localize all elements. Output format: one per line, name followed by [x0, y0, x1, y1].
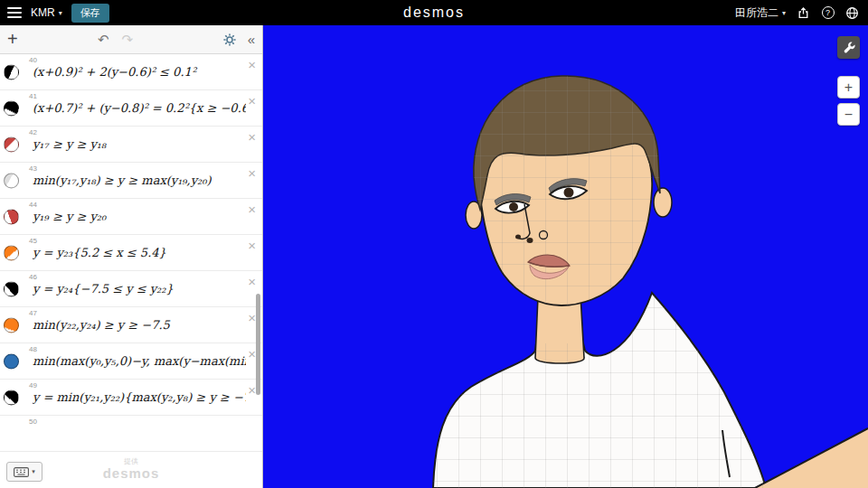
expression-icon[interactable]: [4, 173, 19, 188]
delete-expression-button[interactable]: ×: [248, 346, 256, 361]
expression-row[interactable]: 40 (x+0.9)² + 2(y−0.6)² ≤ 0.1² ×: [0, 54, 262, 90]
expression-row[interactable]: 45 y = y₂₃{5.2 ≤ x ≤ 5.4} ×: [0, 235, 262, 271]
delete-expression-button[interactable]: ×: [248, 165, 256, 181]
delete-expression-button[interactable]: ×: [248, 310, 256, 325]
left-pupil: [509, 202, 518, 211]
delete-expression-button[interactable]: ×: [248, 202, 256, 217]
graph-settings-button[interactable]: [837, 36, 860, 59]
redo-button[interactable]: ↷: [122, 32, 134, 48]
graph-area: + −: [263, 25, 868, 488]
right-pupil: [564, 188, 574, 198]
left-nostril: [515, 235, 521, 239]
expression-text[interactable]: y = y₂₄{−7.5 ≤ y ≤ y₂₂}: [33, 271, 246, 306]
delete-expression-button[interactable]: ×: [248, 93, 256, 108]
share-button[interactable]: [797, 6, 810, 20]
graph-canvas[interactable]: [263, 25, 868, 488]
menu-icon[interactable]: [7, 7, 22, 18]
delete-expression-button[interactable]: ×: [248, 57, 256, 72]
expression-text[interactable]: min(y₂₂,y₂₄) ≥ y ≥ −7.5: [33, 307, 246, 343]
collapse-panel-button[interactable]: «: [248, 32, 255, 47]
keyboard-icon: [14, 467, 29, 477]
expression-row[interactable]: 47 min(y₂₂,y₂₄) ≥ y ≥ −7.5 ×: [0, 307, 262, 343]
account-menu[interactable]: KMR ▾: [31, 6, 62, 19]
delete-expression-button[interactable]: ×: [248, 382, 256, 398]
chevron-down-icon: ▾: [782, 9, 786, 17]
expression-icon[interactable]: [4, 353, 19, 369]
expression-text[interactable]: y = y₂₃{5.2 ≤ x ≤ 5.4}: [33, 235, 246, 270]
delete-expression-button[interactable]: ×: [248, 129, 256, 145]
expression-icon[interactable]: [4, 100, 19, 116]
chevron-down-icon: ▾: [32, 468, 35, 475]
zoom-out-button[interactable]: −: [837, 103, 860, 126]
expression-row[interactable]: 44 y₁₉ ≥ y ≥ y₂₀ ×: [0, 199, 262, 235]
expression-text[interactable]: (x+0.9)² + 2(y−0.6)² ≤ 0.1²: [33, 54, 246, 89]
expression-row[interactable]: 43 min(y₁₇,y₁₈) ≥ y ≥ max(y₁₉,y₂₀) ×: [0, 163, 262, 199]
expression-icon[interactable]: [4, 389, 19, 405]
expression-icon[interactable]: [4, 317, 19, 333]
right-nostril: [527, 238, 533, 243]
expression-list: 40 (x+0.9)² + 2(y−0.6)² ≤ 0.1² × 41 (x+0…: [0, 54, 262, 488]
user-name: 田所浩二: [735, 5, 778, 21]
expression-scrollbar: [256, 55, 261, 488]
settings-gear-button[interactable]: [222, 33, 237, 47]
expression-text[interactable]: y₁₉ ≥ y ≥ y₂₀: [33, 199, 246, 234]
expression-row[interactable]: 49 y = min(y₂₁,y₂₂){max(y₂,y₈) ≥ y ≥ −7.…: [0, 380, 262, 416]
add-expression-button[interactable]: +: [7, 29, 29, 50]
right-ear-shape: [654, 188, 672, 217]
help-button[interactable]: ?: [821, 6, 835, 20]
scrollbar-thumb[interactable]: [256, 294, 260, 395]
share-icon: [797, 6, 810, 20]
expression-row[interactable]: 42 y₁₇ ≥ y ≥ y₁₈ ×: [0, 127, 262, 163]
expression-panel: + ↶ ↷ « 40 (x+0.9)² + 2(y−0.: [0, 25, 263, 488]
expression-text[interactable]: y₁₇ ≥ y ≥ y₁₈: [33, 127, 246, 162]
delete-expression-button[interactable]: ×: [248, 238, 256, 253]
language-button[interactable]: [845, 6, 859, 20]
expression-icon[interactable]: [4, 136, 19, 152]
save-button[interactable]: 保存: [71, 4, 109, 23]
zoom-in-button[interactable]: +: [837, 76, 860, 99]
expression-icon[interactable]: [4, 209, 19, 224]
keyboard-toggle-button[interactable]: ▾: [6, 462, 42, 482]
expression-text[interactable]: min(y₁₇,y₁₈) ≥ y ≥ max(y₁₉,y₂₀): [33, 163, 246, 198]
help-icon: ?: [822, 6, 835, 19]
expression-row[interactable]: 46 y = y₂₄{−7.5 ≤ y ≤ y₂₂} ×: [0, 271, 262, 307]
account-label: KMR: [31, 6, 55, 19]
wrench-icon: [843, 42, 855, 54]
chevron-down-icon: ▾: [59, 9, 62, 17]
expression-text[interactable]: y = min(y₂₁,y₂₂){max(y₂,y₈) ≥ y ≥ −7.5}: [33, 380, 246, 415]
expression-row[interactable]: 50: [0, 416, 262, 452]
user-menu[interactable]: 田所浩二 ▾: [735, 5, 786, 21]
globe-icon: [845, 6, 859, 20]
delete-expression-button[interactable]: ×: [248, 274, 256, 289]
expression-icon[interactable]: [4, 64, 19, 80]
top-header: KMR ▾ 保存 desmos 田所浩二 ▾ ?: [0, 0, 868, 25]
expression-text[interactable]: (x+0.7)² + (y−0.8)² = 0.2²{x ≥ −0.6: [33, 90, 246, 126]
expression-text[interactable]: [33, 416, 246, 451]
desmos-app: KMR ▾ 保存 desmos 田所浩二 ▾ ?: [0, 0, 868, 488]
expression-row[interactable]: 48 min(max(y₀,y₅,0)−y, max(y−max(min( ×: [0, 343, 262, 380]
undo-button[interactable]: ↶: [98, 32, 109, 48]
expression-icon[interactable]: [4, 245, 19, 260]
expression-toolbar: + ↶ ↷ «: [0, 25, 262, 54]
expression-row[interactable]: 41 (x+0.7)² + (y−0.8)² = 0.2²{x ≥ −0.6 ×: [0, 90, 262, 127]
expression-icon[interactable]: [4, 281, 19, 296]
expression-text[interactable]: min(max(y₀,y₅,0)−y, max(y−max(min(: [33, 343, 246, 379]
